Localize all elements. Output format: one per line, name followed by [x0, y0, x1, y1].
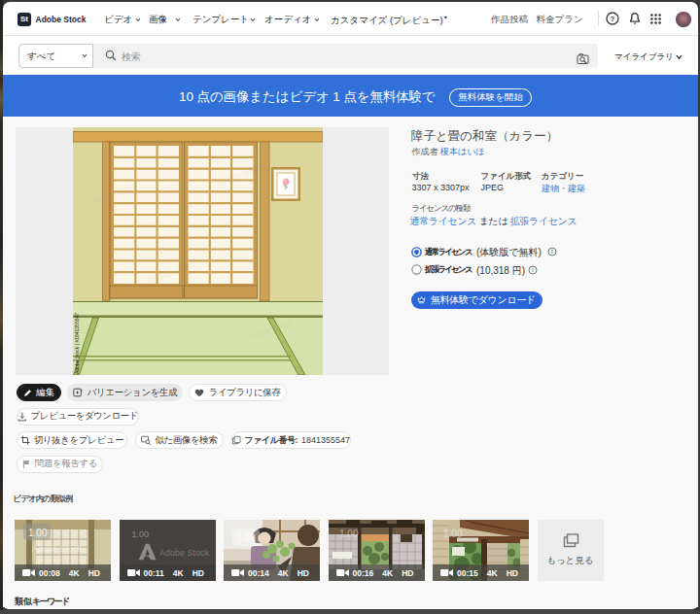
svg-text:1.00: 1.00 — [339, 529, 359, 539]
svg-text:i: i — [532, 266, 534, 273]
svg-text:1.00: 1.00 — [443, 529, 463, 539]
svg-text:Adobe Stock: Adobe Stock — [32, 544, 83, 554]
svg-text:Adobe Stock: Adobe Stock — [159, 548, 209, 558]
svg-text:i: i — [551, 248, 553, 255]
svg-text:Adobe Stock | #1841355547: Adobe Stock | #1841355547 — [74, 313, 80, 374]
svg-text:1.00: 1.00 — [236, 532, 256, 543]
svg-text:?: ? — [611, 15, 615, 23]
svg-text:1.00: 1.00 — [28, 528, 48, 538]
